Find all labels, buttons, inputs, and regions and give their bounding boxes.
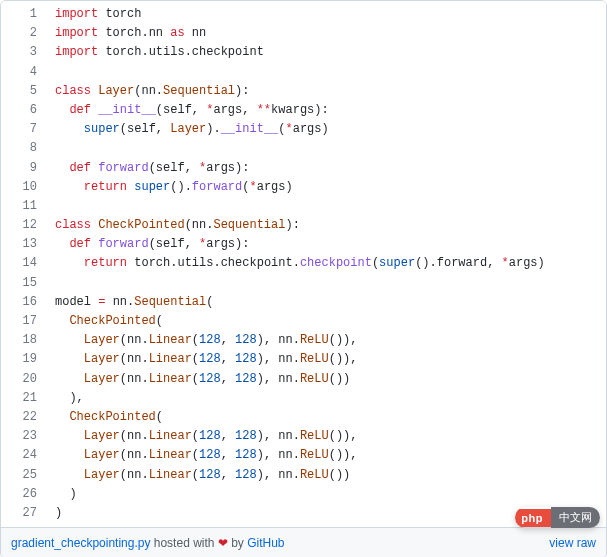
code-line: 26 ) (1, 485, 606, 504)
line-number: 10 (1, 178, 47, 197)
code-line: 14 return torch.utils.checkpoint.checkpo… (1, 254, 606, 273)
view-raw-link[interactable]: view raw (549, 536, 596, 550)
code-content: Layer(nn.Linear(128, 128), nn.ReLU()), (47, 446, 606, 465)
code-line: 8 (1, 139, 606, 158)
code-line: 3import torch.utils.checkpoint (1, 43, 606, 62)
line-number: 16 (1, 293, 47, 312)
line-number: 23 (1, 427, 47, 446)
code-content (47, 139, 606, 158)
code-content: ) (47, 485, 606, 504)
code-line: 24 Layer(nn.Linear(128, 128), nn.ReLU())… (1, 446, 606, 465)
code-line: 5class Layer(nn.Sequential): (1, 82, 606, 101)
gist-container: 1import torch2import torch.nn as nn3impo… (0, 0, 607, 557)
code-line: 9 def forward(self, *args): (1, 159, 606, 178)
line-number: 7 (1, 120, 47, 139)
line-number: 6 (1, 101, 47, 120)
code-line: 23 Layer(nn.Linear(128, 128), nn.ReLU())… (1, 427, 606, 446)
code-content: return super().forward(*args) (47, 178, 606, 197)
line-number: 19 (1, 350, 47, 369)
code-line: 18 Layer(nn.Linear(128, 128), nn.ReLU())… (1, 331, 606, 350)
code-content: super(self, Layer).__init__(*args) (47, 120, 606, 139)
code-content: Layer(nn.Linear(128, 128), nn.ReLU()) (47, 370, 606, 389)
code-content: def forward(self, *args): (47, 159, 606, 178)
code-content: Layer(nn.Linear(128, 128), nn.ReLU()) (47, 466, 606, 485)
code-line: 2import torch.nn as nn (1, 24, 606, 43)
line-number: 22 (1, 408, 47, 427)
by-text: by (228, 536, 247, 550)
line-number: 20 (1, 370, 47, 389)
code-line: 21 ), (1, 389, 606, 408)
code-content: Layer(nn.Linear(128, 128), nn.ReLU()), (47, 331, 606, 350)
code-line: 13 def forward(self, *args): (1, 235, 606, 254)
gist-meta-left: gradient_checkpointing.py hosted with ❤ … (11, 536, 285, 550)
line-number: 9 (1, 159, 47, 178)
code-line: 19 Layer(nn.Linear(128, 128), nn.ReLU())… (1, 350, 606, 369)
line-number: 5 (1, 82, 47, 101)
code-content: import torch.nn as nn (47, 24, 606, 43)
code-line: 22 CheckPointed( (1, 408, 606, 427)
code-area: 1import torch2import torch.nn as nn3impo… (1, 1, 606, 527)
line-number: 15 (1, 274, 47, 293)
code-content: ) (47, 504, 606, 523)
line-number: 25 (1, 466, 47, 485)
code-line: 11 (1, 197, 606, 216)
code-content: return torch.utils.checkpoint.checkpoint… (47, 254, 606, 273)
github-link[interactable]: GitHub (247, 536, 284, 550)
code-content (47, 63, 606, 82)
line-number: 2 (1, 24, 47, 43)
code-content: ), (47, 389, 606, 408)
line-number: 17 (1, 312, 47, 331)
code-content (47, 197, 606, 216)
line-number: 21 (1, 389, 47, 408)
filename-link[interactable]: gradient_checkpointing.py (11, 536, 150, 550)
code-line: 16model = nn.Sequential( (1, 293, 606, 312)
line-number: 27 (1, 504, 47, 523)
code-content: class CheckPointed(nn.Sequential): (47, 216, 606, 235)
code-content: Layer(nn.Linear(128, 128), nn.ReLU()), (47, 350, 606, 369)
code-line: 4 (1, 63, 606, 82)
code-content: import torch.utils.checkpoint (47, 43, 606, 62)
line-number: 8 (1, 139, 47, 158)
line-number: 13 (1, 235, 47, 254)
line-number: 4 (1, 63, 47, 82)
line-number: 12 (1, 216, 47, 235)
code-content: model = nn.Sequential( (47, 293, 606, 312)
line-number: 11 (1, 197, 47, 216)
code-line: 6 def __init__(self, *args, **kwargs): (1, 101, 606, 120)
code-content: CheckPointed( (47, 408, 606, 427)
code-line: 25 Layer(nn.Linear(128, 128), nn.ReLU()) (1, 466, 606, 485)
code-line: 1import torch (1, 5, 606, 24)
heart-icon: ❤ (218, 536, 228, 550)
code-content (47, 274, 606, 293)
line-number: 1 (1, 5, 47, 24)
code-content: def forward(self, *args): (47, 235, 606, 254)
line-number: 18 (1, 331, 47, 350)
code-content: def __init__(self, *args, **kwargs): (47, 101, 606, 120)
code-content: CheckPointed( (47, 312, 606, 331)
line-number: 24 (1, 446, 47, 465)
code-line: 17 CheckPointed( (1, 312, 606, 331)
hosted-text: hosted with (150, 536, 217, 550)
code-line: 12class CheckPointed(nn.Sequential): (1, 216, 606, 235)
code-line: 7 super(self, Layer).__init__(*args) (1, 120, 606, 139)
code-content: import torch (47, 5, 606, 24)
line-number: 3 (1, 43, 47, 62)
code-content: class Layer(nn.Sequential): (47, 82, 606, 101)
code-line: 27) (1, 504, 606, 523)
line-number: 14 (1, 254, 47, 273)
code-line: 10 return super().forward(*args) (1, 178, 606, 197)
code-line: 15 (1, 274, 606, 293)
code-content: Layer(nn.Linear(128, 128), nn.ReLU()), (47, 427, 606, 446)
line-number: 26 (1, 485, 47, 504)
gist-meta-bar: gradient_checkpointing.py hosted with ❤ … (1, 527, 606, 557)
code-line: 20 Layer(nn.Linear(128, 128), nn.ReLU()) (1, 370, 606, 389)
